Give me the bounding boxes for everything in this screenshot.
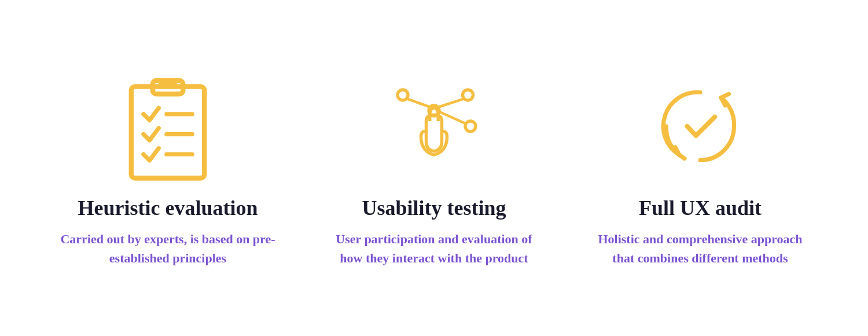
clipboard-checklist-icon (116, 68, 220, 184)
ux-audit-description: Holistic and comprehensive approach that… (590, 229, 810, 268)
ux-audit-card: Full UX audit Holistic and comprehensive… (579, 57, 822, 279)
svg-line-11 (439, 98, 464, 107)
heuristic-title: Heuristic evaluation (78, 196, 258, 220)
svg-line-10 (407, 98, 430, 107)
heuristic-card: Heuristic evaluation Carried out by expe… (46, 57, 289, 279)
svg-point-9 (465, 121, 476, 132)
usability-card: Usability testing User participation and… (312, 57, 556, 279)
cards-container: Heuristic evaluation Carried out by expe… (0, 45, 868, 291)
usability-title: Usability testing (362, 196, 506, 220)
svg-rect-2 (159, 82, 177, 88)
ux-audit-title: Full UX audit (639, 196, 762, 220)
refresh-check-icon (648, 68, 752, 184)
touch-network-icon (382, 68, 486, 184)
heuristic-description: Carried out by experts, is based on pre-… (58, 229, 278, 268)
usability-description: User participation and evaluation of how… (324, 229, 544, 268)
